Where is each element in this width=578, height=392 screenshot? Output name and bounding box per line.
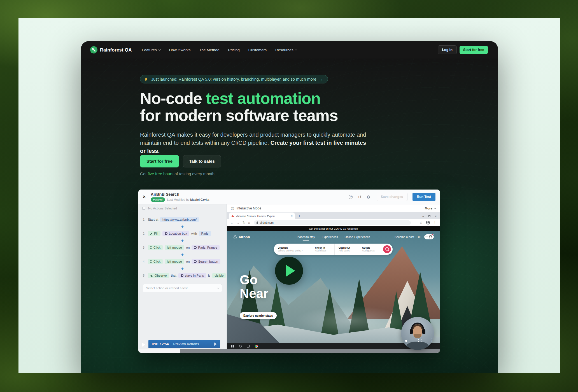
become-host-link[interactable]: Become a host bbox=[395, 235, 414, 239]
task-view-icon[interactable] bbox=[247, 345, 250, 347]
fullscreen-icon[interactable] bbox=[418, 339, 421, 342]
minimize-icon[interactable]: – bbox=[423, 215, 424, 218]
nav-item-resources[interactable]: Resources bbox=[275, 48, 297, 52]
test-step-1[interactable]: 1Start athttps://www.airbnb.com/ bbox=[138, 215, 227, 224]
announcement-banner[interactable]: Just launched: Rainforest QA 5.0: versio… bbox=[140, 75, 328, 83]
preview-actions-bar[interactable]: 0:01 / 2:54 Preview Actions bbox=[148, 340, 220, 348]
add-step-button[interactable]: + bbox=[138, 252, 227, 257]
step-pill-https-www-airbnb-com[interactable]: https://www.airbnb.com/ bbox=[160, 217, 199, 222]
airbnb-search-bar: LocationWhere are you going?Check inAdd … bbox=[274, 244, 393, 255]
browser-tab-bar: Vacation Rentals, Homes, Experi × + – × bbox=[227, 212, 440, 219]
add-step-button[interactable]: + bbox=[138, 266, 227, 271]
gear-icon[interactable]: ⚙ bbox=[367, 195, 370, 199]
nav-item-pricing[interactable]: Pricing bbox=[228, 48, 239, 52]
save-changes-button[interactable]: Save changes bbox=[377, 193, 407, 201]
test-step-3[interactable]: 3Clickleft-mouseonParis, France= bbox=[138, 243, 227, 252]
signup-button[interactable]: Start for free bbox=[460, 46, 488, 54]
help-icon[interactable]: ? bbox=[349, 195, 353, 199]
search-submit-button[interactable] bbox=[383, 245, 391, 253]
title-line2: for modern software teams bbox=[140, 106, 338, 124]
add-step-button[interactable]: + bbox=[138, 238, 227, 243]
step-pill-search-button[interactable]: Search button bbox=[192, 259, 220, 264]
test-step-4[interactable]: 4Clickleft-mouseonSearch button= bbox=[138, 257, 227, 266]
maximize-icon[interactable] bbox=[428, 215, 430, 217]
drag-handle-icon[interactable]: = bbox=[221, 232, 223, 235]
step-pill-left-mouse[interactable]: left-mouse bbox=[165, 259, 184, 264]
search-field-location[interactable]: LocationWhere are you going? bbox=[274, 244, 311, 255]
run-test-button[interactable]: Run Test bbox=[412, 193, 435, 201]
step-pill-click[interactable]: Click bbox=[148, 245, 163, 250]
action-select-dropdown[interactable]: Select action or embed a test bbox=[143, 284, 222, 292]
video-menu-icon[interactable]: ⋮ bbox=[430, 338, 434, 342]
window-close-icon[interactable]: × bbox=[435, 215, 437, 218]
search-field-guests[interactable]: GuestsAdd guests bbox=[358, 244, 381, 255]
step-pill-paris[interactable]: Paris bbox=[199, 231, 211, 236]
step-pill-observe[interactable]: Observe bbox=[148, 273, 169, 278]
step-number: 5 bbox=[143, 274, 148, 277]
step-pill-fill[interactable]: Fill bbox=[148, 231, 160, 236]
airbnb-profile-menu[interactable] bbox=[424, 234, 434, 239]
step-pill-stays-in-paris[interactable]: stays in Paris bbox=[178, 273, 206, 278]
search-field-placeholder: Add guests bbox=[362, 249, 377, 252]
test-step-5[interactable]: 5Observethatstays in Parisisvisible= bbox=[138, 271, 227, 280]
nav-item-customers[interactable]: Customers bbox=[248, 48, 267, 52]
search-field-check-in[interactable]: Check inAdd dates bbox=[311, 244, 334, 255]
step-pill-click[interactable]: Click bbox=[148, 259, 163, 264]
nav-item-the-method[interactable]: The Method bbox=[199, 48, 219, 52]
cortana-icon[interactable] bbox=[239, 345, 242, 347]
lock-icon bbox=[257, 222, 258, 224]
video-play-button[interactable] bbox=[275, 257, 303, 285]
element-icon bbox=[181, 274, 183, 277]
airbnb-brand[interactable]: airbnb bbox=[233, 235, 250, 239]
home-icon[interactable]: ⌂ bbox=[248, 221, 250, 224]
back-icon[interactable]: ← bbox=[230, 221, 234, 224]
step-pill-left-mouse[interactable]: left-mouse bbox=[165, 245, 184, 250]
airbnb-brand-label: airbnb bbox=[239, 235, 250, 239]
explore-nearby-button[interactable]: Explore nearby stays bbox=[240, 312, 277, 319]
drag-handle-icon[interactable]: = bbox=[221, 260, 223, 263]
brand[interactable]: Rainforest QA bbox=[90, 46, 132, 53]
add-step-button[interactable]: + bbox=[138, 224, 227, 229]
play-icon[interactable] bbox=[142, 343, 145, 347]
globe-icon[interactable]: ⊕ bbox=[418, 235, 421, 239]
more-menu-button[interactable]: More bbox=[425, 207, 436, 210]
history-icon[interactable]: ↺ bbox=[358, 195, 362, 199]
step-pill-visible[interactable]: visible bbox=[212, 273, 226, 278]
forward-icon[interactable]: → bbox=[236, 221, 240, 224]
kebab-menu-icon[interactable]: ⋮ bbox=[433, 221, 437, 224]
no-actions-row: No Actions Selected bbox=[138, 204, 227, 212]
new-tab-button[interactable]: + bbox=[298, 214, 300, 218]
bookmark-star-icon[interactable]: ☆ bbox=[419, 221, 423, 224]
test-title: AirBnB Search bbox=[151, 192, 209, 197]
start-free-button[interactable]: Start for free bbox=[140, 155, 179, 167]
airbnb-link-places-to-stay[interactable]: Places to stay bbox=[297, 235, 315, 239]
airbnb-link-online-experiences[interactable]: Online Experiences bbox=[345, 235, 370, 239]
tab-close-icon[interactable]: × bbox=[291, 214, 293, 218]
browser-tab[interactable]: Vacation Rentals, Homes, Experi × bbox=[229, 213, 295, 219]
select-all-checkbox[interactable] bbox=[142, 207, 145, 210]
test-step-2[interactable]: 2FillLocation boxwithParis= bbox=[138, 229, 227, 238]
url-field[interactable]: airbnb.com bbox=[254, 220, 411, 225]
drag-handle-icon[interactable]: = bbox=[221, 246, 223, 249]
close-icon[interactable]: × bbox=[143, 194, 146, 200]
reload-icon[interactable]: ↻ bbox=[243, 221, 245, 224]
action-select-placeholder: Select action or embed a test bbox=[146, 286, 188, 290]
chrome-icon[interactable] bbox=[255, 345, 258, 348]
nav-item-features[interactable]: Features bbox=[142, 48, 160, 52]
talk-to-sales-button[interactable]: Talk to sales bbox=[183, 155, 221, 167]
step-pill-location-box[interactable]: Location box bbox=[162, 231, 189, 236]
nav-item-how-it-works[interactable]: How it works bbox=[169, 48, 191, 52]
drag-handle-icon[interactable]: = bbox=[221, 274, 223, 277]
forest-background: Rainforest QA FeaturesHow it worksThe Me… bbox=[0, 0, 578, 392]
airbnb-favicon-icon bbox=[231, 215, 234, 217]
airbnb-link-experiences[interactable]: Experiences bbox=[322, 235, 338, 239]
login-button[interactable]: Log In bbox=[438, 45, 457, 54]
mouse-icon bbox=[150, 260, 152, 263]
product-video-player[interactable]: × AirBnB Search Passed Last Modified by … bbox=[138, 190, 440, 353]
video-progress-bar[interactable] bbox=[138, 349, 440, 353]
browser-profile-icon[interactable] bbox=[426, 221, 430, 225]
windows-start-icon[interactable] bbox=[231, 345, 234, 347]
covid-banner-link[interactable]: Get the latest on our COVID-19 response bbox=[309, 227, 358, 230]
search-field-check-out[interactable]: Check outAdd dates bbox=[334, 244, 358, 255]
step-pill-paris-france[interactable]: Paris, France bbox=[192, 245, 219, 250]
